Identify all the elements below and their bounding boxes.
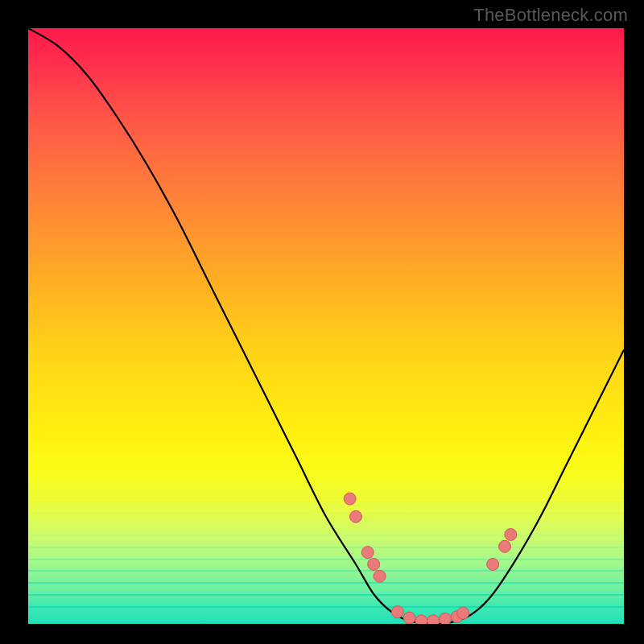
chart-container: TheBottleneck.com — [0, 0, 644, 644]
curve-path — [28, 28, 624, 624]
data-marker — [361, 547, 374, 559]
data-marker — [457, 607, 469, 619]
curve-markers — [344, 493, 517, 624]
data-marker — [427, 615, 440, 624]
data-marker — [505, 529, 517, 541]
data-marker — [344, 493, 356, 505]
plot-area — [28, 28, 624, 624]
data-marker — [415, 615, 427, 624]
data-marker — [499, 540, 511, 552]
data-marker — [374, 570, 386, 582]
data-marker — [440, 613, 452, 624]
bottleneck-curve — [28, 28, 624, 624]
data-marker — [368, 559, 380, 571]
data-marker — [487, 559, 499, 571]
data-marker — [391, 606, 403, 618]
data-marker — [350, 510, 362, 522]
watermark-text: TheBottleneck.com — [473, 5, 628, 26]
data-marker — [403, 612, 415, 624]
